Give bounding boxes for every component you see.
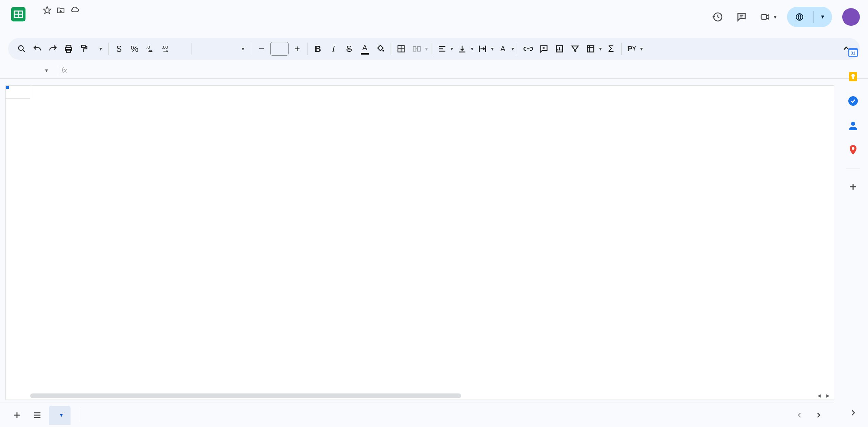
- undo-icon[interactable]: [30, 41, 45, 56]
- title-row: [33, 4, 709, 16]
- text-wrap-dropdown[interactable]: ▼: [475, 41, 495, 56]
- name-box[interactable]: ▼: [5, 68, 53, 73]
- scroll-right-icon[interactable]: ►: [824, 393, 832, 399]
- select-all-corner[interactable]: [6, 86, 30, 99]
- svg-rect-14: [81, 45, 85, 48]
- filter-icon[interactable]: [568, 41, 583, 56]
- fx-icon: fx: [61, 66, 67, 75]
- spreadsheet-grid[interactable]: ◄ ►: [5, 85, 834, 400]
- svg-point-9: [19, 46, 23, 50]
- more-formats-button[interactable]: [174, 41, 189, 56]
- print-icon[interactable]: [61, 41, 76, 56]
- svg-rect-35: [588, 46, 594, 52]
- borders-icon[interactable]: [394, 41, 409, 56]
- maps-icon[interactable]: [847, 144, 859, 156]
- svg-rect-22: [417, 46, 420, 51]
- calendar-icon[interactable]: 31: [847, 46, 859, 58]
- all-sheets-icon[interactable]: [28, 406, 46, 424]
- italic-icon[interactable]: I: [326, 41, 341, 56]
- zoom-dropdown[interactable]: ▼: [92, 46, 106, 52]
- sheet-nav-left-icon[interactable]: [792, 408, 807, 423]
- history-icon[interactable]: [709, 8, 727, 26]
- sheets-logo[interactable]: [8, 4, 28, 24]
- divider: [813, 11, 814, 23]
- text-rotation-dropdown[interactable]: A▼: [495, 41, 515, 56]
- svg-line-10: [23, 50, 25, 52]
- strikethrough-icon[interactable]: S: [342, 41, 357, 56]
- tasks-icon[interactable]: [847, 95, 859, 107]
- scroll-nav-buttons: ◄ ►: [815, 393, 832, 399]
- scrollbar-thumb[interactable]: [30, 393, 461, 398]
- merge-cells-dropdown[interactable]: ▼: [409, 41, 429, 56]
- scroll-left-icon[interactable]: ◄: [815, 393, 823, 399]
- font-dropdown[interactable]: ▼: [195, 46, 248, 52]
- increase-decimal-icon[interactable]: .00: [158, 41, 173, 56]
- formula-input[interactable]: [71, 62, 868, 78]
- insert-comment-icon[interactable]: [536, 41, 551, 56]
- svg-text:.0: .0: [146, 45, 150, 50]
- header-actions: ▼ ▼: [709, 7, 860, 27]
- side-panel: 31: [838, 39, 868, 427]
- font-size-control: − +: [254, 41, 305, 56]
- star-icon[interactable]: [43, 6, 52, 15]
- extensions-dropdown[interactable]: PY▼: [624, 41, 644, 56]
- contacts-icon[interactable]: [847, 119, 859, 131]
- insert-chart-icon[interactable]: [552, 41, 567, 56]
- add-addon-icon[interactable]: [847, 181, 859, 193]
- separator: [518, 43, 518, 55]
- divider: [846, 168, 860, 168]
- row-headers: [6, 99, 30, 400]
- add-sheet-icon[interactable]: [8, 406, 26, 424]
- text-color-icon[interactable]: A: [357, 41, 372, 56]
- svg-rect-7: [761, 15, 767, 19]
- cells-area[interactable]: [30, 99, 834, 400]
- collapse-panel-icon[interactable]: [846, 405, 861, 420]
- cloud-icon[interactable]: [70, 5, 79, 15]
- decrease-decimal-icon[interactable]: .0: [143, 41, 158, 56]
- svg-rect-48: [852, 77, 854, 79]
- separator: [432, 43, 432, 55]
- percent-icon[interactable]: %: [127, 41, 142, 56]
- svg-point-51: [852, 147, 854, 150]
- vertical-align-dropdown[interactable]: ▼: [455, 41, 474, 56]
- keep-icon[interactable]: [847, 70, 859, 83]
- separator: [57, 65, 57, 76]
- horizontal-scrollbar[interactable]: [30, 393, 813, 399]
- separator: [308, 43, 308, 55]
- currency-icon[interactable]: $: [112, 41, 126, 56]
- svg-rect-21: [413, 46, 416, 51]
- separator: [391, 43, 391, 55]
- increase-font-icon[interactable]: +: [290, 41, 305, 56]
- filter-views-dropdown[interactable]: ▼: [583, 41, 603, 56]
- svg-point-47: [851, 74, 855, 77]
- functions-icon[interactable]: Σ: [604, 41, 618, 56]
- separator: [79, 409, 79, 421]
- video-call-button[interactable]: ▼: [756, 8, 781, 26]
- move-icon[interactable]: [56, 6, 65, 15]
- redo-icon[interactable]: [45, 41, 60, 56]
- separator: [108, 43, 109, 55]
- separator: [621, 43, 622, 55]
- share-button[interactable]: ▼: [787, 7, 832, 27]
- bold-icon[interactable]: B: [311, 41, 326, 56]
- font-size-input[interactable]: [270, 42, 289, 56]
- fill-color-icon[interactable]: [373, 41, 388, 56]
- horizontal-align-dropdown[interactable]: ▼: [435, 41, 454, 56]
- separator: [192, 43, 192, 55]
- insert-link-icon[interactable]: [521, 41, 536, 56]
- doc-title[interactable]: [33, 9, 38, 11]
- decrease-font-icon[interactable]: −: [254, 41, 269, 56]
- svg-marker-4: [43, 6, 51, 14]
- comments-icon[interactable]: [733, 8, 750, 26]
- paint-format-icon[interactable]: [77, 41, 92, 56]
- sheet-nav-right-icon[interactable]: [811, 408, 826, 423]
- share-caret-icon[interactable]: ▼: [817, 14, 828, 20]
- toolbar: ▼ $ % .0 .00 ▼ − + B I S A ▼ ▼ ▼ ▼ A▼ ▼ …: [8, 38, 860, 60]
- header: ▼ ▼: [0, 0, 868, 37]
- search-icon[interactable]: [14, 41, 29, 56]
- svg-point-50: [851, 122, 855, 126]
- sheet-tab-bar: ▼: [0, 403, 834, 427]
- sheet-tab-active[interactable]: ▼: [49, 406, 71, 425]
- account-avatar[interactable]: [842, 8, 860, 26]
- svg-text:31: 31: [851, 51, 855, 56]
